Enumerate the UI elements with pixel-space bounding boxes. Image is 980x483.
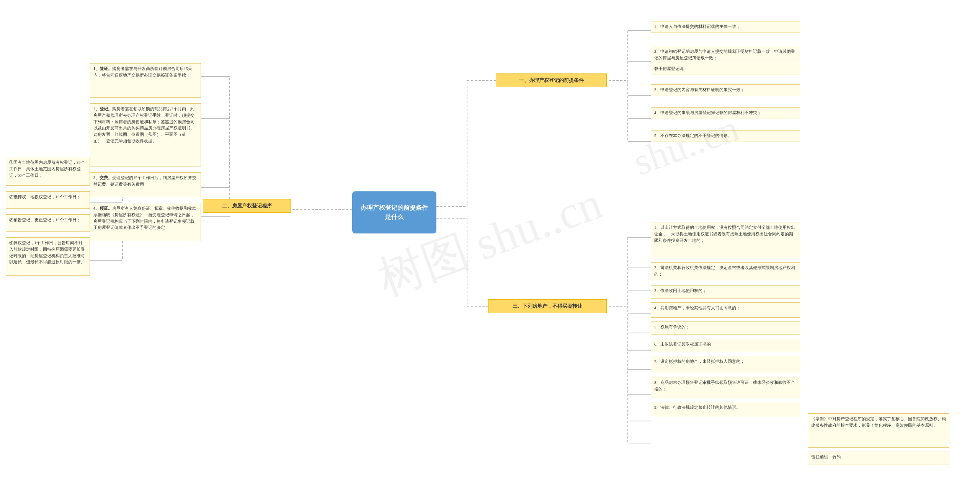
branch2-step1: 1、签证。购房者需在与开发商所签订购房合同后15天内，将合同送房地产交易所办理交… — [90, 63, 201, 98]
branch3-item-3: 3、依法收回土地使用权的； — [651, 285, 800, 299]
branch-label-2: 二、房屋产权登记程序 — [203, 199, 291, 213]
timing-item-2: ②抵押权、地役权登记，10个工作日； — [6, 191, 90, 209]
branch1-item-4: 4、申请登记的事项与房屋登记簿记载的房屋权利不冲突； — [651, 107, 800, 119]
timing-item-4: ④异议登记，1个工作日，公告时间不计入前款规定时限，因特殊原因需要延长登记时限的… — [6, 237, 90, 276]
branch2-step3: 3、交费。受理登记的15个工作日后，到房屋产权所齐交登记费、鉴证费等有关费用； — [90, 172, 201, 197]
branch2-step2: 2、登记。购房者需在领取所购的商品房后3个月内，到房屋产权监理所去办理产权登记手… — [90, 103, 201, 166]
regulation-note: 《条例》中对房产登记程序的规定，落实了党核心、国务院简政放权、构建服务性政府的根… — [808, 413, 949, 448]
branch3-item-1: 1、以出让方式取得的土地使用权，没有按照合同约定支付全部土地使用权出让金，，未取… — [651, 222, 800, 258]
branch2-step4: 4、领证。房屋所有人凭身份证、私章、收件收据和收款票据领取《房屋所有权证》，自受… — [90, 203, 201, 241]
branch3-item-6: 6、未依法登记领取权属证书的； — [651, 339, 800, 352]
branch3-item-4: 4、共用房地产，未经其他共有人书面同意的； — [651, 302, 800, 318]
branch1-item-2: 2、申请初始登记的房屋与申请人提交的规划证明材料记载一致，申请其他登记的房屋与房… — [651, 46, 800, 64]
timing-item-1: ①国有土地范围内房屋所有权登记，30个工作日，集体土地范围内房屋所有权登记，60… — [6, 157, 90, 186]
branch3-item-7: 7、设定抵押权的房地产，未经抵押权人同意的； — [651, 356, 800, 373]
branch-label-1: 一、办理产权登记的前提条件 — [496, 73, 607, 87]
branch3-item-5: 5、权属有争议的； — [651, 321, 800, 335]
branch1-item-3: 3、申请登记的内容与有关材料证明的事实一致； — [651, 84, 800, 96]
center-node: 办理产权登记的前提条件 是什么 — [352, 191, 436, 233]
editor-credit: 责任编辑：竹韵 — [808, 452, 949, 465]
branch1-item-5: 5、不存在本办法规定的不予登记的情形。 — [651, 130, 800, 142]
branch3-item-9: 9、法律、行政法规规定禁止转让的其他情形。 — [651, 402, 800, 417]
branch-label-3: 三、下列房地产，不得买卖转让 — [488, 299, 607, 313]
branch3-item-2: 2、司法机关和行政机关依法规定、决定查封或者以其他形式限制房地产权利的； — [651, 262, 800, 281]
branch1-item-1: 1、申请人与依法提交的材料记载的主体一致； — [651, 21, 800, 33]
timing-item-3: ③预告登记、更正登记，10个工作日； — [6, 214, 90, 232]
branch3-item-8: 8、商品房未办理预售登记审批手续领取预售许可证，或未经验收和验收不合格的； — [651, 377, 800, 398]
